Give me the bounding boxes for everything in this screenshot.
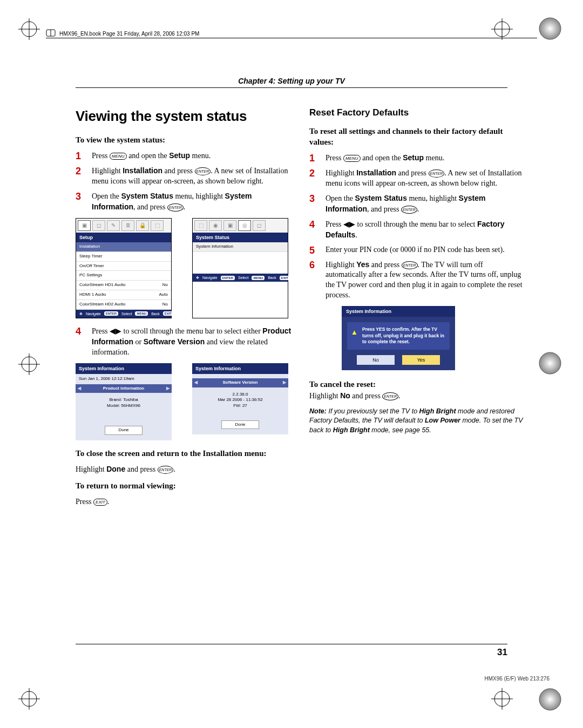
svg-point-10	[539, 352, 561, 374]
enter-key: ENTER	[382, 392, 398, 400]
print-dot-br	[538, 687, 562, 712]
crop-mark-bl	[18, 688, 40, 710]
no-button: No	[357, 355, 395, 365]
crop-mark-tl	[18, 18, 40, 40]
step-2: Highlight Installation and press ENTER. …	[309, 168, 525, 189]
step-3: Open the System Status menu, highlight S…	[76, 191, 292, 213]
right-column: Reset Factory Defaults To reset all sett…	[309, 107, 525, 435]
tab-icon: ▣	[223, 220, 236, 231]
close-body: Highlight Done and press ENTER.	[76, 464, 292, 475]
menu-item: Installation	[76, 242, 171, 252]
enter-key: ENTER	[402, 261, 418, 269]
lead-text: To reset all settings and channels to th…	[309, 126, 525, 148]
tab-icon: ◎	[238, 220, 251, 231]
confirm-dialog-screenshot: System Information Press YES to confirm.…	[342, 306, 455, 370]
info-title: System Information	[192, 363, 288, 374]
left-column: Viewing the system status To view the sy…	[76, 107, 292, 512]
print-dot-mr	[538, 351, 562, 376]
done-button: Done	[221, 420, 259, 430]
enter-key: ENTER	[429, 169, 445, 178]
info-title: System Information	[76, 363, 172, 374]
menu-tabs: ▣ ◻ ✎ ≣ 🔒 ⬚	[76, 219, 171, 233]
menu-items: Installation Sleep Timer On/Off Timer PC…	[76, 242, 171, 310]
menu-items: System Information	[193, 242, 288, 274]
arrow-keys-icon: ◀▶	[110, 326, 121, 335]
chapter-title: Chapter 4: Setting up your TV	[0, 77, 583, 85]
menu-item: PC Settings	[76, 271, 171, 281]
note-text: Note: If you previously set the TV to Hi…	[309, 407, 525, 436]
enter-key: ENTER	[158, 466, 174, 474]
software-version-screenshot: System Information ◀Software Version▶ 2.…	[192, 363, 288, 441]
step-4: Press ◀▶ to scroll through the menu bar …	[309, 219, 525, 241]
info-figure-row: System Information Sun Jan 1, 2006 12:12…	[76, 363, 292, 441]
tab-icon: ✎	[107, 220, 120, 231]
cancel-body: Highlight No and press ENTER.	[309, 391, 525, 402]
menu-tabs: ⬚ ◉ ▣ ◎ ◻	[193, 219, 288, 233]
dialog-body: Press YES to confirm. After the TV turns…	[342, 317, 455, 370]
step-6: Highlight Yes and press ENTER. The TV wi…	[309, 260, 525, 301]
close-lead: To close the screen and return to the In…	[76, 448, 292, 459]
menu-item: System Information	[193, 242, 288, 252]
tab-icon: ◉	[209, 220, 222, 231]
tab-icon: 🔒	[136, 220, 149, 231]
steps-list-right: Press MENU and open the Setup menu. High…	[309, 153, 525, 301]
chapter-rule	[76, 87, 507, 88]
enter-key: ENTER	[195, 167, 211, 175]
menu-footer: ✥Navigate ENTERSelect MENUBack EXITExit	[193, 274, 288, 282]
enter-key: ENTER	[401, 206, 417, 214]
dialog-buttons: No Yes	[347, 355, 450, 365]
tab-icon: ▣	[78, 220, 91, 231]
tab-icon: ◻	[253, 220, 266, 231]
menu-key: MENU	[110, 153, 127, 160]
step-4: Press ◀▶ to scroll through the menu bar …	[76, 326, 292, 358]
info-bar: ◀Product Information▶	[76, 384, 172, 393]
page-number: 31	[497, 647, 507, 658]
return-body: Press EXIT.	[76, 497, 292, 507]
arrow-keys-icon: ◀▶	[343, 220, 355, 228]
lead-text: To view the system status:	[76, 134, 292, 145]
book-icon	[46, 28, 56, 38]
header-path: HMX96_EN.book Page 31 Friday, April 28, …	[59, 31, 199, 37]
tab-icon: ≣	[121, 220, 134, 231]
menu-figure-row: ▣ ◻ ✎ ≣ 🔒 ⬚ Setup Installation Sleep Tim…	[76, 218, 292, 318]
svg-point-6	[539, 18, 561, 39]
header-rule	[46, 38, 537, 38]
menu-key: MENU	[343, 155, 361, 162]
return-lead: To return to normal viewing:	[76, 480, 292, 491]
menu-item: HDMI 1 AudioAuto	[76, 290, 171, 300]
section-heading: Viewing the system status	[76, 107, 292, 126]
product-info-screenshot: System Information Sun Jan 1, 2006 12:12…	[76, 363, 172, 441]
tab-icon: ⬚	[151, 220, 164, 231]
exit-key: EXIT	[93, 499, 107, 506]
setup-menu-screenshot: ▣ ◻ ✎ ≣ 🔒 ⬚ Setup Installation Sleep Tim…	[76, 218, 172, 318]
info-body: 2.2.38.0 Mar 28 2006 - 11:36:52 FW: 27	[192, 387, 288, 417]
dialog-message: Press YES to confirm. After the TV turns…	[347, 322, 450, 349]
tab-icon: ⬚	[194, 220, 207, 231]
yes-button: Yes	[402, 355, 440, 365]
menu-title: System Status	[193, 233, 288, 242]
crop-mark-ml	[18, 353, 40, 375]
print-dot-tr	[538, 16, 562, 41]
svg-point-17	[539, 689, 561, 710]
subsection-heading: Reset Factory Defaults	[309, 107, 525, 119]
step-1: Press MENU and open the Setup menu.	[309, 153, 525, 164]
footer-rule	[76, 644, 507, 644]
menu-footer: ✥Navigate ENTERSelect MENUBack EXITExit	[76, 310, 171, 318]
info-body: Brand: Toshiba Model: 56HMX96	[76, 393, 172, 423]
menu-title: Setup	[76, 233, 171, 242]
done-button: Done	[105, 426, 143, 435]
crop-mark-tr	[491, 18, 513, 40]
enter-key: ENTER	[167, 203, 184, 212]
step-5: Enter your PIN code (or 0000 if no PIN c…	[309, 245, 525, 255]
step-2: Highlight Installation and press ENTER. …	[76, 166, 292, 187]
crop-mark-br	[491, 688, 513, 710]
steps-list-left-cont: Press ◀▶ to scroll through the menu bar …	[76, 326, 292, 358]
step-1: Press MENU and open the Setup menu.	[76, 151, 292, 161]
dialog-title: System Information	[342, 306, 455, 317]
info-timestamp: Sun Jan 1, 2006 12:12:19am	[76, 374, 172, 384]
system-status-menu-screenshot: ⬚ ◉ ▣ ◎ ◻ System Status System Informati…	[192, 218, 288, 318]
menu-item: ColorStream HD2 AudioNo	[76, 300, 171, 310]
menu-item: ColorStream HD1 AudioNo	[76, 281, 171, 290]
step-3: Open the System Status menu, highlight S…	[309, 193, 525, 215]
footer-code: HMX96 (E/F) Web 213:276	[485, 676, 550, 682]
